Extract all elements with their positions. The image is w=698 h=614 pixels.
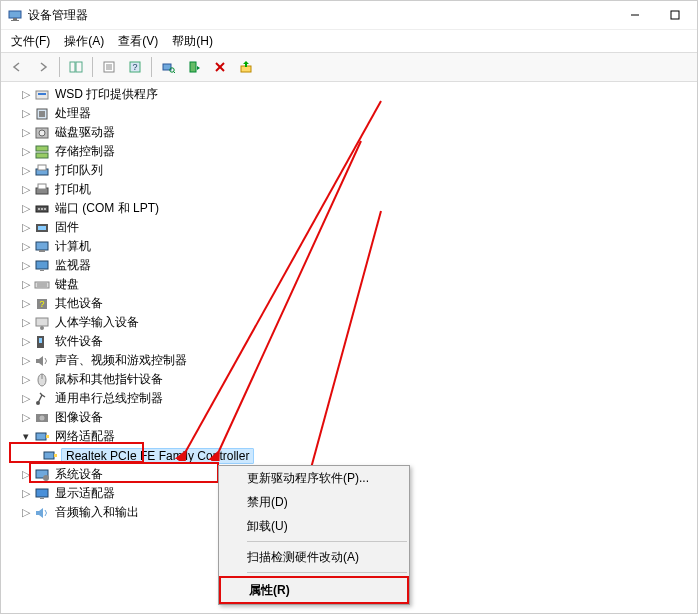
tree-item[interactable]: ▷存储控制器	[1, 142, 697, 161]
expand-icon[interactable]: ▷	[19, 392, 33, 405]
expand-icon[interactable]: ▷	[19, 487, 33, 500]
menu-separator	[247, 541, 407, 542]
usb-icon	[34, 391, 50, 407]
toolbar-separator	[151, 57, 152, 77]
context-menu: 更新驱动程序软件(P)... 禁用(D) 卸载(U) 扫描检测硬件改动(A) 属…	[218, 465, 410, 605]
tree-item[interactable]: ▷端口 (COM 和 LPT)	[1, 199, 697, 218]
tree-item[interactable]: ▷?其他设备	[1, 294, 697, 313]
tree-item[interactable]: ▷声音、视频和游戏控制器	[1, 351, 697, 370]
menubar: 文件(F) 操作(A) 查看(V) 帮助(H)	[1, 30, 697, 52]
printqueue-icon	[34, 163, 50, 179]
tree-item[interactable]: ▷图像设备	[1, 408, 697, 427]
tree-item[interactable]: ▷键盘	[1, 275, 697, 294]
expand-icon[interactable]: ▷	[19, 145, 33, 158]
wsd-icon	[34, 87, 50, 103]
tree-item[interactable]: ▷WSD 打印提供程序	[1, 85, 697, 104]
expand-icon[interactable]: ▷	[19, 88, 33, 101]
menu-separator	[247, 572, 407, 573]
svg-point-61	[43, 475, 49, 481]
keyboard-icon	[34, 277, 50, 293]
tree-item[interactable]: ▷处理器	[1, 104, 697, 123]
svg-point-48	[40, 326, 44, 330]
forward-button[interactable]	[31, 55, 55, 79]
properties-button[interactable]	[97, 55, 121, 79]
maximize-button[interactable]	[655, 2, 695, 28]
menu-action[interactable]: 操作(A)	[58, 31, 110, 52]
menu-update-driver[interactable]: 更新驱动程序软件(P)...	[219, 466, 409, 490]
help-button[interactable]: ?	[123, 55, 147, 79]
tree-label: 软件设备	[53, 333, 105, 350]
tree-label: 固件	[53, 219, 81, 236]
expand-icon[interactable]: ▷	[19, 468, 33, 481]
svg-rect-42	[35, 282, 49, 288]
tree-item[interactable]: ▷计算机	[1, 237, 697, 256]
tree-item[interactable]: ▷通用串行总线控制器	[1, 389, 697, 408]
expand-icon[interactable]: ▷	[19, 183, 33, 196]
tree-item[interactable]: ▷人体学输入设备	[1, 313, 697, 332]
expand-icon[interactable]: ▷	[19, 354, 33, 367]
tree-label: 系统设备	[53, 466, 105, 483]
tree-item[interactable]: ▷软件设备	[1, 332, 697, 351]
tree-item[interactable]: ▷打印机	[1, 180, 697, 199]
tree-item[interactable]: ▷固件	[1, 218, 697, 237]
expand-icon[interactable]: ▷	[19, 373, 33, 386]
expand-icon[interactable]: ▷	[19, 164, 33, 177]
disk-icon	[34, 125, 50, 141]
scan-button[interactable]	[156, 55, 180, 79]
minimize-button[interactable]	[615, 2, 655, 28]
svg-rect-0	[9, 11, 21, 18]
expand-icon[interactable]: ▷	[19, 202, 33, 215]
back-button[interactable]	[5, 55, 29, 79]
expand-icon[interactable]: ▷	[19, 221, 33, 234]
enable-button[interactable]	[182, 55, 206, 79]
collapse-icon[interactable]: ▾	[19, 430, 33, 443]
menu-disable[interactable]: 禁用(D)	[219, 490, 409, 514]
menu-properties[interactable]: 属性(R)	[219, 576, 409, 604]
tree-label: 声音、视频和游戏控制器	[53, 352, 189, 369]
update-driver-button[interactable]	[234, 55, 258, 79]
expand-icon[interactable]: ▷	[19, 335, 33, 348]
tree-item-network[interactable]: ▾网络适配器	[1, 427, 697, 446]
expand-icon[interactable]: ▷	[19, 278, 33, 291]
menu-help[interactable]: 帮助(H)	[166, 31, 219, 52]
menu-file[interactable]: 文件(F)	[5, 31, 56, 52]
tree-label: 图像设备	[53, 409, 105, 426]
titlebar: 设备管理器	[1, 1, 697, 30]
svg-rect-62	[36, 489, 48, 497]
uninstall-button[interactable]	[208, 55, 232, 79]
expand-icon[interactable]: ▷	[19, 240, 33, 253]
toolbar: ?	[1, 52, 697, 82]
svg-rect-38	[36, 242, 48, 250]
svg-rect-47	[36, 318, 48, 326]
expand-icon[interactable]: ▷	[19, 297, 33, 310]
show-hide-tree-button[interactable]	[64, 55, 88, 79]
expand-icon[interactable]: ▷	[19, 316, 33, 329]
svg-rect-6	[76, 62, 82, 72]
svg-rect-58	[44, 452, 54, 459]
svg-rect-37	[38, 226, 46, 230]
network-icon	[42, 448, 58, 464]
tree-item-network-child[interactable]: Realtek PCIe FE Family Controller	[1, 446, 697, 465]
svg-point-55	[40, 415, 45, 420]
menu-view[interactable]: 查看(V)	[112, 31, 164, 52]
svg-rect-26	[36, 146, 48, 151]
tree-item[interactable]: ▷鼠标和其他指针设备	[1, 370, 697, 389]
tree-item[interactable]: ▷监视器	[1, 256, 697, 275]
menu-scan[interactable]: 扫描检测硬件改动(A)	[219, 545, 409, 569]
other-icon: ?	[34, 296, 50, 312]
expand-icon[interactable]: ▷	[19, 126, 33, 139]
svg-rect-29	[38, 165, 46, 170]
expand-icon[interactable]: ▷	[19, 259, 33, 272]
menu-uninstall[interactable]: 卸载(U)	[219, 514, 409, 538]
svg-text:?: ?	[39, 299, 44, 309]
toolbar-separator	[59, 57, 60, 77]
tree-item[interactable]: ▷磁盘驱动器	[1, 123, 697, 142]
tree-item[interactable]: ▷打印队列	[1, 161, 697, 180]
expand-icon[interactable]: ▷	[19, 107, 33, 120]
tree-label: 音频输入和输出	[53, 504, 141, 521]
tree-label: 网络适配器	[53, 428, 117, 445]
expand-icon[interactable]: ▷	[19, 506, 33, 519]
expand-icon[interactable]: ▷	[19, 411, 33, 424]
network-icon	[34, 429, 50, 445]
svg-rect-1	[13, 18, 17, 20]
